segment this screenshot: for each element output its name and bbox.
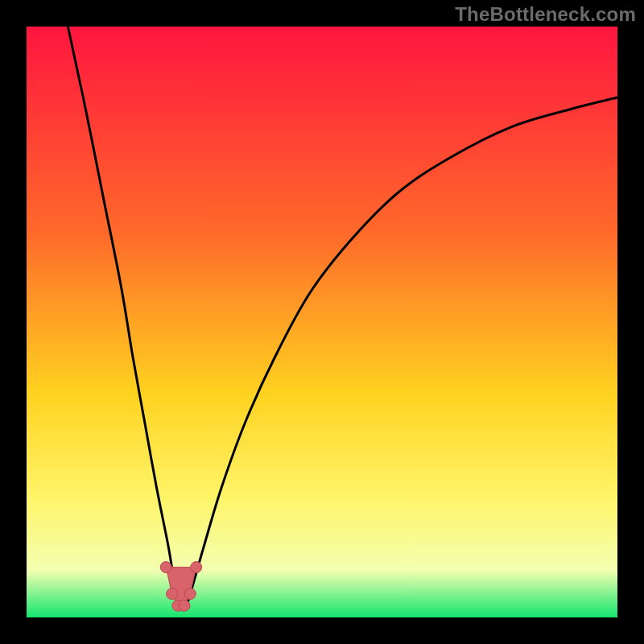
highlight-dot bbox=[160, 562, 171, 573]
plot-area bbox=[27, 27, 617, 617]
highlight-dot bbox=[184, 588, 196, 600]
gradient-background bbox=[27, 27, 617, 617]
highlight-dot bbox=[167, 588, 178, 600]
highlight-dot bbox=[191, 562, 202, 573]
bottleneck-chart bbox=[27, 27, 617, 617]
chart-frame: TheBottleneck.com bbox=[0, 0, 644, 644]
highlight-dot bbox=[179, 600, 190, 611]
watermark-text: TheBottleneck.com bbox=[455, 3, 636, 26]
